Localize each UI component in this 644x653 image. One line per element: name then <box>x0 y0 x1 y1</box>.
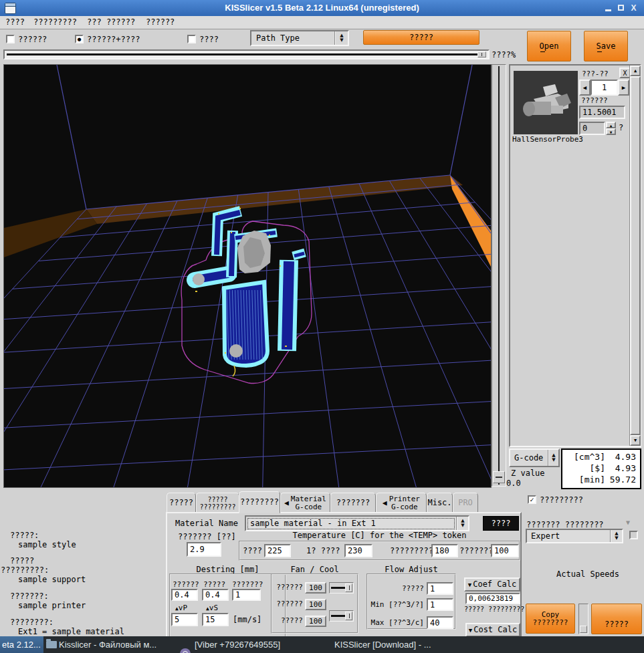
menu-settings[interactable]: ????????? <box>33 18 77 27</box>
tab-material[interactable]: ???????? <box>239 491 280 513</box>
taskbar-item-viber[interactable]: [Viber +79267649555] <box>195 640 280 650</box>
destring-vs-field[interactable]: 15 <box>202 613 229 626</box>
material-profile-value: Ext1 = sample material <box>18 628 124 636</box>
show-settings-label[interactable]: ????????? <box>540 496 583 505</box>
view-slider-handle[interactable] <box>493 471 505 483</box>
tab-misc[interactable]: Misc. <box>427 493 453 513</box>
rotate-field[interactable]: 0 <box>579 122 605 135</box>
show-paths-checkbox[interactable]: ● <box>75 35 84 43</box>
title-bar[interactable]: KISSlicer v1.5 Beta 2.12 Linux64 (unregi… <box>0 0 644 16</box>
slice-button[interactable]: ????? <box>363 30 479 45</box>
support-profile-value: sample support <box>18 575 86 584</box>
show-paths-label[interactable]: ??????+???? <box>87 35 140 44</box>
actual-speeds-label: Actual Speeds <box>556 570 619 579</box>
fan-inside-value-button[interactable]: 100 <box>305 599 326 610</box>
destring-vp-field[interactable]: 5 <box>171 613 198 626</box>
menu-view[interactable]: ??? ?????? <box>87 18 135 27</box>
support-profile-label-1: ????? <box>10 557 34 565</box>
taskbar-item-browser[interactable]: KISSlicer [Download] - ... <box>334 640 431 650</box>
check-icon: ✓ <box>530 497 535 503</box>
flow-min-field[interactable]: 1 <box>427 598 453 611</box>
fan-inside-slider[interactable] <box>329 610 354 622</box>
tab-material-gcode[interactable]: ◀ MaterialG-code <box>280 493 330 513</box>
scroll-up-button[interactable]: ▲ <box>630 66 641 76</box>
mode-dropdown[interactable]: Expert ▲▼ <box>526 529 623 543</box>
destring-wipe-field[interactable]: 1 <box>232 589 261 601</box>
save-button[interactable]: Save <box>584 31 628 61</box>
model-thumbnail[interactable] <box>514 71 578 134</box>
cost-calc-button[interactable]: ▼ Cost Calc <box>465 623 520 637</box>
open-button-label: Open <box>540 42 559 51</box>
show-axes-label[interactable]: ???? <box>199 35 219 44</box>
taskbar-item-kisslicer-active[interactable]: eta 2.12... <box>0 636 43 653</box>
tab-support[interactable]: ?????????????? <box>196 493 239 513</box>
window-title: KISSlicer v1.5 Beta 2.12 Linux64 (unregi… <box>0 3 644 13</box>
flow-max-field[interactable]: 40 <box>427 616 453 629</box>
left-arrow-icon: ◀ <box>284 499 289 507</box>
gcode-dropdown-arrows-icon: ▲▼ <box>549 453 558 463</box>
show-axes-checkbox[interactable] <box>187 35 196 43</box>
copy-settings-button[interactable]: Copy ???????? <box>526 604 575 634</box>
show-models-checkbox[interactable] <box>6 35 15 43</box>
viewport-3d[interactable] <box>3 64 492 488</box>
scroll-down-button[interactable]: ▼ <box>630 435 641 446</box>
copies-increment-button[interactable]: ▶ <box>618 80 629 96</box>
menu-file[interactable]: ???? <box>5 18 25 27</box>
copies-decrement-button[interactable]: ◀ <box>579 80 591 96</box>
dropdown-arrows-icon: ▲▼ <box>336 33 348 43</box>
new-material-button[interactable]: ???? <box>483 516 519 531</box>
fan-cool-value-button[interactable]: 100 <box>305 616 326 627</box>
rotate-down-button[interactable]: ▼ <box>606 128 616 135</box>
fan-loops-value-button[interactable]: 100 <box>305 582 326 594</box>
maximize-button[interactable] <box>616 3 626 13</box>
rotate-up-button[interactable]: ▲ <box>606 122 616 128</box>
flow-max-label: Max [??^3/c] <box>369 619 424 627</box>
temp-keep-warm-field[interactable]: 180 <box>431 544 458 557</box>
mode-side-checkbox[interactable] <box>629 531 638 539</box>
gcode-dropdown[interactable]: G-code ▲▼ <box>509 448 560 467</box>
tab-pro[interactable]: PRO <box>453 493 478 513</box>
scrollbar-thumb[interactable] <box>630 76 641 435</box>
close-button[interactable]: X <box>629 3 639 13</box>
collapse-arrow-icon[interactable]: ▼ <box>626 519 630 526</box>
path-type-dropdown[interactable]: Path Type ▲▼ <box>250 30 349 46</box>
show-settings-checkbox[interactable]: ✓ <box>528 495 536 504</box>
stat-cost-value: 4.93 <box>605 463 636 474</box>
show-models-label[interactable]: ?????? <box>18 35 47 44</box>
coef-calc-button[interactable]: ▼ Coef Calc <box>464 577 520 592</box>
models-scrollbar[interactable]: ▲ ▼ <box>629 66 641 446</box>
destring-prime-field[interactable]: 0.4 <box>171 589 198 601</box>
fan-loops-slider-handle[interactable] <box>345 583 352 592</box>
fan-loops-slider[interactable] <box>329 582 354 594</box>
mode-mini-slider-handle[interactable] <box>580 626 587 633</box>
fan-inside-slider-handle[interactable] <box>345 612 352 620</box>
destring-wipe-label: ??????? <box>232 581 263 589</box>
diameter-field[interactable]: 2.9 <box>187 542 221 557</box>
menu-help[interactable]: ?????? <box>146 18 175 27</box>
destring-prime-label: ?????? <box>173 581 199 589</box>
zoom-percent-label: ????% <box>492 51 516 59</box>
open-button[interactable]: Open <box>527 31 571 61</box>
taskbar-item-file-manager[interactable]: Kisslicer - Файловый м... <box>59 640 156 650</box>
go-button[interactable]: ????? <box>591 604 642 634</box>
material-name-dropdown[interactable]: sample material - in Ext 1 ▲▼ <box>245 515 469 531</box>
mode-dropdown-arrows-icon: ▲▼ <box>611 531 622 541</box>
copies-value-field[interactable]: 1 <box>591 80 618 96</box>
mode-mini-slider[interactable] <box>578 604 588 634</box>
zoom-slider-handle[interactable] <box>477 51 486 57</box>
flow-tweak-field[interactable]: 1 <box>427 582 453 595</box>
minimize-button[interactable] <box>603 3 613 13</box>
viber-icon[interactable] <box>180 648 191 653</box>
tab-style[interactable]: ????? <box>167 493 196 513</box>
temp-first-layer-field[interactable]: 230 <box>344 544 372 557</box>
zoom-slider[interactable] <box>3 49 490 59</box>
tab-extruder[interactable]: ??????? <box>330 493 376 513</box>
destring-suck-field[interactable]: 0.4 <box>202 589 229 601</box>
temp-bed-field[interactable]: 100 <box>491 544 519 557</box>
style-profile-value: sample style <box>18 541 76 549</box>
view-vertical-slider[interactable] <box>492 64 506 487</box>
folder-icon[interactable] <box>46 641 57 648</box>
destring-vs-label: ▲vS <box>206 604 218 613</box>
tab-printer-gcode[interactable]: ◀ PrinterG-code <box>376 493 427 513</box>
temp-main-field[interactable]: 225 <box>264 544 291 557</box>
